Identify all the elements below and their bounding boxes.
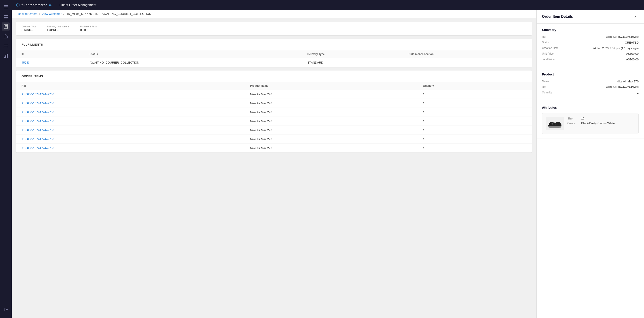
summary-ref-label: Ref xyxy=(542,35,564,38)
svg-rect-11 xyxy=(6,56,6,58)
fulfilments-table-header-row: ID Status Delivery Type Fulfilment Locat… xyxy=(16,50,532,58)
product-ref-value: AH8050-1674472449780 xyxy=(606,85,638,89)
summary-status-value: CREATED xyxy=(625,41,638,44)
table-row: AH8050-1674472449780 Nike Air Max 270 1 xyxy=(16,144,532,153)
delivery-instructions-label: Delivery Instructions xyxy=(47,25,69,28)
svg-rect-7 xyxy=(4,36,8,38)
summary-section: Summary Ref AH8050-1674472449780 Status … xyxy=(536,24,644,68)
fulfilments-title: FULFILMENTS xyxy=(22,43,43,46)
close-button[interactable]: × xyxy=(632,14,638,20)
order-item-product-name: Nike Air Max 270 xyxy=(245,99,418,108)
sidebar-item-billing[interactable] xyxy=(2,42,10,50)
breadcrumb-view-customer[interactable]: View Customer xyxy=(42,12,62,16)
logo-arrow: ≡▸ xyxy=(49,3,52,7)
order-item-ref[interactable]: AH8050-1674472449780 xyxy=(16,117,245,126)
summary-total-price-value: A$700.00 xyxy=(626,58,638,61)
fulfilment-price-label: Fulfilment Price xyxy=(80,25,97,28)
table-row: AH8050-1674472449780 Nike Air Max 270 1 xyxy=(16,126,532,135)
product-name-label: Name xyxy=(542,80,564,83)
order-item-quantity: 1 xyxy=(418,117,532,126)
order-item-ref[interactable]: AH8050-1674472449780 xyxy=(16,90,245,99)
col-id: ID xyxy=(16,50,84,58)
order-item-ref[interactable]: AH8050-1674472449780 xyxy=(16,126,245,135)
topbar-title: Fluent Order Management xyxy=(60,3,96,7)
order-items-header: ORDER ITEMS xyxy=(16,71,532,82)
order-item-quantity: 1 xyxy=(418,144,532,153)
delivery-instructions-item: Delivery Instructions EXPRE... xyxy=(47,25,69,32)
order-item-ref[interactable]: AH8050-1674472449780 xyxy=(16,144,245,153)
col-quantity: Quantity xyxy=(418,82,532,90)
fulfilment-price-value: 00.00 xyxy=(80,28,97,32)
order-items-title: ORDER ITEMS xyxy=(22,75,43,78)
order-items-header-row: Ref Product Name Quantity xyxy=(16,82,532,90)
table-row: AH8050-1674472449780 Nike Air Max 270 1 xyxy=(16,135,532,144)
delivery-instructions-value: EXPRE... xyxy=(47,28,69,32)
product-quantity-label: Quantity xyxy=(542,91,564,94)
sidebar-item-menu[interactable] xyxy=(2,3,10,11)
order-item-product-name: Nike Air Max 270 xyxy=(245,90,418,99)
attr-size-row: Size 10 xyxy=(567,117,615,120)
order-item-product-name: Nike Air Max 270 xyxy=(245,108,418,117)
summary-title: Summary xyxy=(542,28,638,32)
col-status: Status xyxy=(84,50,302,58)
order-item-quantity: 1 xyxy=(418,108,532,117)
content-area: Back to Orders / View Customer / HD_Mixe… xyxy=(12,10,644,318)
fulfilment-id[interactable]: 45243 xyxy=(16,58,84,67)
summary-creation-date-value: 24 Jan 2023 2:09 pm (17 days ago) xyxy=(593,47,638,50)
col-product-name: Product Name xyxy=(245,82,418,90)
fulfilment-status: AWAITING_COURIER_COLLECTION xyxy=(84,58,302,67)
order-item-ref[interactable]: AH8050-1674472449780 xyxy=(16,108,245,117)
svg-rect-5 xyxy=(4,17,6,19)
topbar-logo: ⬡ fluentcommerce ≡▸ xyxy=(16,3,52,8)
sidebar-item-reports[interactable] xyxy=(2,52,10,60)
main-container: ⬡ fluentcommerce ≡▸ Fluent Order Managem… xyxy=(12,0,644,318)
sidebar-item-inventory[interactable] xyxy=(2,32,10,40)
breadcrumb-separator-2: / xyxy=(63,12,64,16)
product-section: Product Name Nike Air Max 270 Ref AH8050… xyxy=(536,68,644,101)
order-item-ref[interactable]: AH8050-1674472449780 xyxy=(16,99,245,108)
svg-rect-4 xyxy=(6,15,8,16)
sidebar-item-dashboard[interactable] xyxy=(2,13,10,21)
breadcrumb-separator-1: / xyxy=(39,12,40,16)
product-quantity-value: 1 xyxy=(637,91,638,94)
page-content: Back to Orders / View Customer / HD_Mixe… xyxy=(12,10,536,318)
summary-unit-price-row: Unit Price A$100.00 xyxy=(542,52,638,56)
product-name-value: Nike Air Max 270 xyxy=(617,80,638,83)
svg-rect-3 xyxy=(4,15,6,16)
delivery-type-value: STAND... xyxy=(22,28,36,32)
topbar-divider xyxy=(56,2,56,8)
svg-rect-10 xyxy=(4,57,5,58)
col-ref: Ref xyxy=(16,82,245,90)
order-item-ref[interactable]: AH8050-1674472449780 xyxy=(16,135,245,144)
attr-size-value: 10 xyxy=(581,117,584,120)
summary-unit-price-label: Unit Price xyxy=(542,52,564,55)
breadcrumb-back-to-orders[interactable]: Back to Orders xyxy=(18,12,38,16)
shoe-image xyxy=(547,118,562,129)
topbar: ⬡ fluentcommerce ≡▸ Fluent Order Managem… xyxy=(12,0,644,10)
fulfilment-delivery-type: STANDARD xyxy=(302,58,404,67)
attr-colour-row: Colour Black/Dusty Cactus/White xyxy=(567,121,615,125)
breadcrumb: Back to Orders / View Customer / HD_Mixe… xyxy=(12,10,536,18)
order-item-quantity: 1 xyxy=(418,90,532,99)
fulfilment-price-item: Fulfilment Price 00.00 xyxy=(80,25,97,32)
summary-total-price-row: Total Price A$700.00 xyxy=(542,58,638,61)
delivery-type-label: Delivery Type xyxy=(22,25,36,28)
detail-panel-title: Order Item Details xyxy=(542,15,573,19)
svg-rect-6 xyxy=(6,17,8,19)
product-name-row: Name Nike Air Max 270 xyxy=(542,80,638,83)
breadcrumb-current: HD_Mixed_597-465-9158 - AWAITING_COURIER… xyxy=(66,12,151,16)
detail-panel: Order Item Details × Summary Ref AH8050-… xyxy=(536,10,644,318)
summary-total-price-label: Total Price xyxy=(542,58,564,61)
product-ref-label: Ref xyxy=(542,85,564,88)
attributes-section: Attributes xyxy=(536,101,644,139)
table-row: AH8050-1674472449780 Nike Air Max 270 1 xyxy=(16,99,532,108)
logo-text: fluentcommerce xyxy=(22,3,47,7)
order-item-product-name: Nike Air Max 270 xyxy=(245,135,418,144)
delivery-info-row: Delivery Type STAND... Delivery Instruct… xyxy=(16,22,532,35)
col-delivery-type: Delivery Type xyxy=(302,50,404,58)
sidebar-item-orders[interactable] xyxy=(2,23,10,31)
sidebar-item-settings[interactable] xyxy=(2,305,10,313)
order-item-product-name: Nike Air Max 270 xyxy=(245,144,418,153)
summary-ref-value: AH8050-1674472449780 xyxy=(606,35,638,39)
order-item-quantity: 1 xyxy=(418,99,532,108)
